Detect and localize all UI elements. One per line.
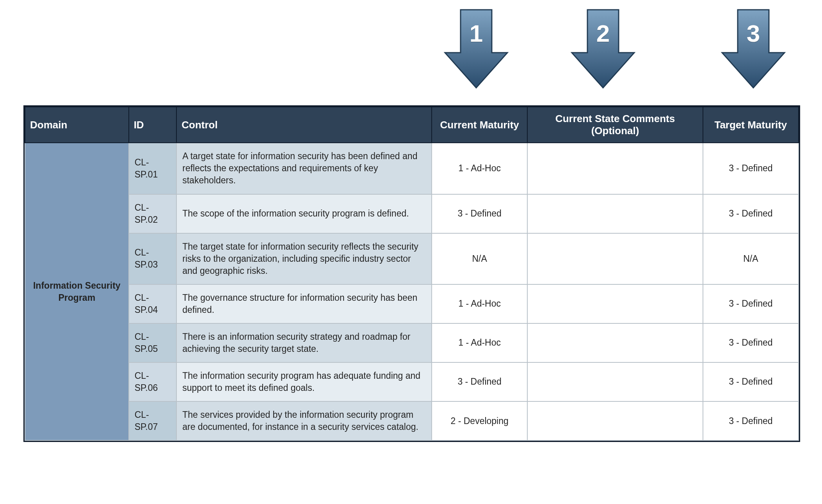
target-maturity-cell[interactable]: 3 - Defined — [703, 284, 799, 323]
control-cell: The services provided by the information… — [176, 401, 432, 440]
table-row: CL-SP.02The scope of the information sec… — [25, 194, 799, 233]
table-row: Information Security ProgramCL-SP.01A ta… — [25, 143, 799, 194]
target-maturity-cell[interactable]: 3 - Defined — [703, 362, 799, 401]
table-row: CL-SP.03The target state for information… — [25, 233, 799, 284]
table-body: Information Security ProgramCL-SP.01A ta… — [25, 143, 799, 440]
current-maturity-cell[interactable]: 3 - Defined — [432, 194, 527, 233]
header-domain: Domain — [25, 107, 129, 143]
id-cell: CL-SP.06 — [129, 362, 177, 401]
control-cell: The governance structure for information… — [176, 284, 432, 323]
arrow-3-label: 3 — [720, 20, 786, 47]
table-header-row: Domain ID Control Current Maturity Curre… — [25, 107, 799, 143]
current-maturity-cell[interactable]: 1 - Ad-Hoc — [432, 284, 527, 323]
arrow-3: 3 — [720, 8, 786, 90]
target-maturity-cell[interactable]: N/A — [703, 233, 799, 284]
comments-cell[interactable] — [527, 362, 703, 401]
arrow-2-label: 2 — [570, 20, 636, 47]
id-cell: CL-SP.07 — [129, 401, 177, 440]
maturity-table: Domain ID Control Current Maturity Curre… — [25, 106, 799, 441]
id-cell: CL-SP.02 — [129, 194, 177, 233]
maturity-table-wrap: Domain ID Control Current Maturity Curre… — [23, 105, 800, 442]
table-row: CL-SP.05There is an information security… — [25, 323, 799, 362]
comments-cell[interactable] — [527, 194, 703, 233]
header-current-maturity: Current Maturity — [432, 107, 527, 143]
target-maturity-cell[interactable]: 3 - Defined — [703, 143, 799, 194]
arrow-1-label: 1 — [443, 20, 509, 47]
id-cell: CL-SP.01 — [129, 143, 177, 194]
current-maturity-cell[interactable]: 1 - Ad-Hoc — [432, 143, 527, 194]
header-control: Control — [176, 107, 432, 143]
page: 1 2 — [0, 0, 822, 504]
comments-cell[interactable] — [527, 401, 703, 440]
table-row: CL-SP.04The governance structure for inf… — [25, 284, 799, 323]
id-cell: CL-SP.05 — [129, 323, 177, 362]
current-maturity-cell[interactable]: 1 - Ad-Hoc — [432, 323, 527, 362]
target-maturity-cell[interactable]: 3 - Defined — [703, 401, 799, 440]
table-row: CL-SP.06The information security program… — [25, 362, 799, 401]
id-cell: CL-SP.04 — [129, 284, 177, 323]
target-maturity-cell[interactable]: 3 - Defined — [703, 323, 799, 362]
current-maturity-cell[interactable]: 2 - Developing — [432, 401, 527, 440]
arrow-2: 2 — [570, 8, 636, 90]
id-cell: CL-SP.03 — [129, 233, 177, 284]
table-row: CL-SP.07The services provided by the inf… — [25, 401, 799, 440]
domain-cell: Information Security Program — [25, 143, 129, 440]
comments-cell[interactable] — [527, 143, 703, 194]
control-cell: A target state for information security … — [176, 143, 432, 194]
current-maturity-cell[interactable]: N/A — [432, 233, 527, 284]
control-cell: The scope of the information security pr… — [176, 194, 432, 233]
arrows-row: 1 2 — [0, 8, 822, 98]
current-maturity-cell[interactable]: 3 - Defined — [432, 362, 527, 401]
target-maturity-cell[interactable]: 3 - Defined — [703, 194, 799, 233]
control-cell: The target state for information securit… — [176, 233, 432, 284]
control-cell: There is an information security strateg… — [176, 323, 432, 362]
comments-cell[interactable] — [527, 284, 703, 323]
comments-cell[interactable] — [527, 323, 703, 362]
header-id: ID — [129, 107, 177, 143]
header-comments: Current State Comments (Optional) — [527, 107, 703, 143]
header-target-maturity: Target Maturity — [703, 107, 799, 143]
arrow-1: 1 — [443, 8, 509, 90]
control-cell: The information security program has ade… — [176, 362, 432, 401]
comments-cell[interactable] — [527, 233, 703, 284]
